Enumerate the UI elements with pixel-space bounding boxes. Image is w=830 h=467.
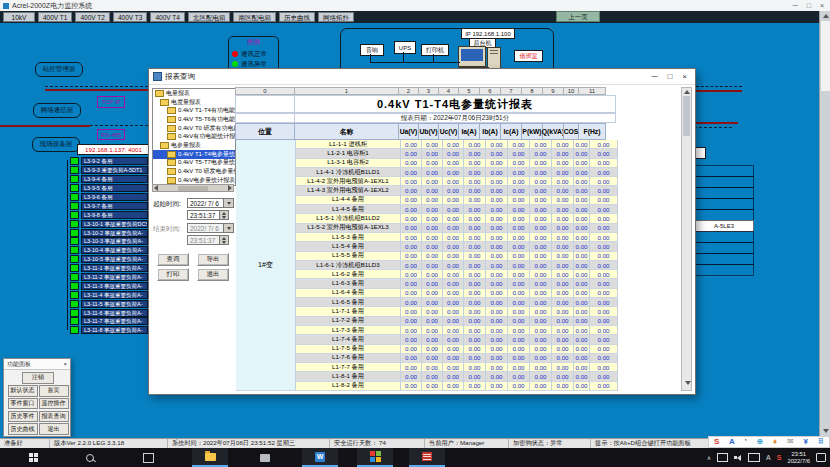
dialog-maximize-icon[interactable]: □: [667, 72, 672, 81]
tree-item[interactable]: 0.4kV T0 研发有功电能: [153, 124, 235, 133]
sogou-toolbar-icon[interactable]: ♦: [773, 437, 777, 447]
sogou-toolbar[interactable]: SA'⊕♦✉¥⠿: [708, 436, 830, 448]
tray-caret-icon[interactable]: ∧: [707, 454, 711, 461]
input-language-indicator[interactable]: A: [766, 454, 771, 461]
tree-hscrollbar[interactable]: [152, 184, 234, 192]
device-row[interactable]: L3-9-7 备用: [70, 201, 148, 210]
tab-400V T1[interactable]: 400V T1: [38, 12, 72, 22]
table-row[interactable]: L1-4-3 室外用电预留A-1EXL20.000.000.000.000.00…: [296, 186, 618, 195]
tab-历史曲线[interactable]: 历史曲线: [279, 12, 315, 22]
table-row[interactable]: L1-5-1 冷冻机组B1LD20.000.000.000.000.000.00…: [296, 214, 618, 223]
panel-button-历史事件[interactable]: 历史事件: [8, 411, 38, 423]
table-row[interactable]: L1-5-3 备用0.000.000.000.000.000.000.000.0…: [296, 233, 618, 242]
device-row[interactable]: L3-11-2 事故重要负荷A-: [70, 273, 148, 282]
table-row[interactable]: L1-6-4 备用0.000.000.000.000.000.000.000.0…: [296, 289, 618, 298]
start-date-picker[interactable]: 2022/ 7/ 6: [187, 198, 234, 208]
table-row[interactable]: L1-7-4 备用0.000.000.000.000.000.000.000.0…: [296, 335, 618, 344]
tree-item[interactable]: 电参量报表: [153, 141, 235, 150]
tree-item[interactable]: 电度量报表: [153, 98, 235, 107]
app-red-button[interactable]: [409, 448, 445, 467]
table-row[interactable]: L1-7-7 备用0.000.000.000.000.000.000.000.0…: [296, 363, 618, 372]
device-row[interactable]: L3-9-8 备用: [70, 210, 148, 219]
table-row[interactable]: L1-5-2 室外用电预留A-1EXL30.000.000.000.000.00…: [296, 224, 618, 233]
device-row[interactable]: L3-11-8 事故重要负荷A-: [70, 326, 148, 335]
table-scrollbar[interactable]: [681, 87, 692, 391]
tab-北区配电箱[interactable]: 北区配电箱: [188, 12, 231, 22]
tab-网络拓扑[interactable]: 网络拓扑: [318, 12, 354, 22]
panel-button-默认状态[interactable]: 默认状态: [8, 385, 38, 397]
tree-item[interactable]: 0.4kV T5-T7电参量统计: [153, 159, 235, 168]
table-row[interactable]: L1-5-4 备用0.000.000.000.000.000.000.000.0…: [296, 242, 618, 251]
device-row[interactable]: L3-9-4 备用: [70, 175, 148, 184]
table-row[interactable]: L1-4-2 室外用电预留A-1EXL10.000.000.000.000.00…: [296, 177, 618, 186]
clock[interactable]: 23:51 2022/7/6: [787, 451, 810, 464]
start-button[interactable]: [15, 448, 51, 467]
panel-close-icon[interactable]: ×: [63, 361, 67, 367]
file-explorer-button[interactable]: [192, 448, 228, 467]
tab-400V T3[interactable]: 400V T3: [113, 12, 147, 22]
tree-item[interactable]: 0.4kV T1-T4电参量统计: [153, 150, 235, 159]
sogou-toolbar-icon[interactable]: ✉: [787, 437, 794, 447]
tab-400V T4[interactable]: 400V T4: [150, 12, 184, 22]
device-row[interactable]: L3-9-2 备用: [70, 157, 148, 166]
panel-button-遥控操作[interactable]: 遥控操作: [39, 398, 69, 410]
maximize-icon[interactable]: □: [807, 2, 811, 9]
table-row[interactable]: L1-8-1 备用0.000.000.000.000.000.000.000.0…: [296, 372, 618, 381]
device-row[interactable]: L3-11-3 事故重要负荷A-: [70, 281, 148, 290]
function-panel-titlebar[interactable]: 功能面板 ×: [4, 359, 70, 370]
report-tree[interactable]: 电量报表电度量报表0.4kV T1-T4有功电能统0.4kV T5-T6有功电能…: [152, 88, 236, 186]
device-row[interactable]: L3-10-1 事故重要负荷DCS-A: [70, 219, 148, 228]
table-row[interactable]: L1-3-1 电容柜20.000.000.000.000.000.000.000…: [296, 159, 618, 168]
close-icon[interactable]: ×: [820, 2, 824, 9]
tab-400V T2[interactable]: 400V T2: [75, 12, 109, 22]
start-time-spinner[interactable]: 23:51:37: [187, 210, 229, 220]
exit-button[interactable]: 退出: [197, 268, 229, 281]
print-button[interactable]: 打印: [157, 268, 189, 281]
tab-10kV[interactable]: 10kV: [3, 12, 35, 22]
device-row[interactable]: L3-9-3 重要负荷A-5DT1: [70, 166, 148, 175]
tree-item[interactable]: 电量报表: [153, 89, 235, 98]
table-row[interactable]: L1-7-3 备用0.000.000.000.000.000.000.000.0…: [296, 326, 618, 335]
device-row[interactable]: L3-11-1 事故重要负荷A-: [70, 264, 148, 273]
dialog-close-icon[interactable]: ×: [682, 72, 687, 81]
table-row[interactable]: L1-1-1 进线柜0.000.000.000.000.000.000.000.…: [296, 140, 618, 149]
microsoft-store-button[interactable]: [357, 448, 393, 467]
table-row[interactable]: L1-4-5 备用0.000.000.000.000.000.000.000.0…: [296, 205, 618, 214]
task-view-button[interactable]: [130, 448, 166, 467]
device-row[interactable]: L3-11-7 事故重要负荷A-: [70, 317, 148, 326]
notification-icon[interactable]: [816, 453, 826, 462]
sogou-toolbar-icon[interactable]: ⊕: [756, 437, 763, 447]
sogou-toolbar-icon[interactable]: ⠿: [818, 437, 824, 447]
table-row[interactable]: L1-6-2 备用0.000.000.000.000.000.000.000.0…: [296, 270, 618, 279]
panel-button-历史曲线[interactable]: 历史曲线: [8, 423, 38, 435]
table-row[interactable]: L1-7-1 备用0.000.000.000.000.000.000.000.0…: [296, 307, 618, 316]
sogou-toolbar-icon[interactable]: ': [745, 437, 747, 447]
sogou-toolbar-icon[interactable]: A: [729, 437, 735, 447]
panel-button-退出[interactable]: 退出: [39, 423, 69, 435]
app-blue-button[interactable]: W: [302, 448, 338, 467]
device-row[interactable]: L3-9-5 备用: [70, 184, 148, 193]
export-button[interactable]: 导出: [197, 253, 229, 266]
minimize-icon[interactable]: ─: [793, 2, 798, 9]
sogou-tray-icon[interactable]: S: [777, 454, 782, 461]
device-row[interactable]: L3-10-3 事故重要负荷A-: [70, 237, 148, 246]
device-row[interactable]: L3-10-4 事故重要负荷A-: [70, 246, 148, 255]
table-row[interactable]: L1-7-2 备用0.000.000.000.000.000.000.000.0…: [296, 317, 618, 326]
panel-button-首页[interactable]: 首页: [39, 385, 69, 397]
table-row[interactable]: L1-6-1 冷冻机组B1LD30.000.000.000.000.000.00…: [296, 261, 618, 270]
table-row[interactable]: L1-7-6 备用0.000.000.000.000.000.000.000.0…: [296, 354, 618, 363]
table-row[interactable]: L1-2-1 电容柜10.000.000.000.000.000.000.000…: [296, 149, 618, 158]
app-gray-button[interactable]: [247, 448, 283, 467]
speaker-icon[interactable]: [734, 454, 742, 462]
device-row[interactable]: L3-9-6 备用: [70, 193, 148, 202]
panel-button-报表查询[interactable]: 报表查询: [39, 411, 69, 423]
dialog-titlebar[interactable]: 报表查询 ─ □ ×: [149, 69, 695, 85]
device-row[interactable]: L3-11-5 事故重要负荷A-: [70, 299, 148, 308]
table-row[interactable]: L1-7-5 备用0.000.000.000.000.000.000.000.0…: [296, 345, 618, 354]
panel-button-事件窗口[interactable]: 事件窗口: [8, 398, 38, 410]
query-button[interactable]: 查询: [157, 253, 189, 266]
tree-item[interactable]: 0.4kV T0 研发电参量统: [153, 167, 235, 176]
sogou-toolbar-icon[interactable]: ¥: [804, 437, 808, 447]
main-scrollbar[interactable]: [819, 11, 830, 438]
table-row[interactable]: L1-5-5 备用0.000.000.000.000.000.000.000.0…: [296, 252, 618, 261]
